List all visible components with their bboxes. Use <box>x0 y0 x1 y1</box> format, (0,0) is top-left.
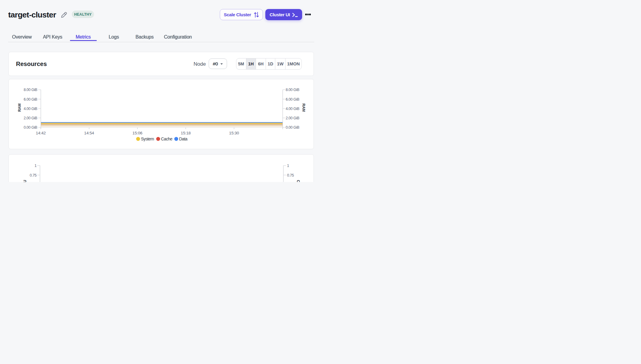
svg-text:Cache: Cache <box>161 136 172 141</box>
svg-text:15:30: 15:30 <box>229 131 239 135</box>
svg-text:2.00 GiB: 2.00 GiB <box>286 116 299 120</box>
svg-text:0.00 GiB: 0.00 GiB <box>286 125 299 130</box>
svg-text:0.75: 0.75 <box>287 173 294 177</box>
svg-text:14:54: 14:54 <box>84 131 94 135</box>
svg-text:15:06: 15:06 <box>132 131 142 135</box>
svg-text:6.00 GiB: 6.00 GiB <box>24 97 37 101</box>
svg-text:CPU: CPU <box>296 180 300 182</box>
svg-text:1: 1 <box>34 164 36 168</box>
svg-text:15:18: 15:18 <box>181 131 191 135</box>
svg-text:2.00 GiB: 2.00 GiB <box>24 116 37 120</box>
svg-text:1: 1 <box>287 164 289 168</box>
svg-text:8.00 GiB: 8.00 GiB <box>24 88 37 92</box>
svg-text:0.75: 0.75 <box>30 173 36 177</box>
svg-text:RAM: RAM <box>17 103 21 111</box>
svg-text:8.00 GiB: 8.00 GiB <box>286 88 299 92</box>
svg-text:6.00 GiB: 6.00 GiB <box>286 97 299 101</box>
svg-text:RAM: RAM <box>301 103 305 111</box>
svg-text:CPU: CPU <box>23 180 27 182</box>
svg-text:4.00 GiB: 4.00 GiB <box>24 106 37 111</box>
svg-text:4.00 GiB: 4.00 GiB <box>286 106 299 111</box>
svg-text:0.00 GiB: 0.00 GiB <box>24 125 37 130</box>
svg-text:14:42: 14:42 <box>36 131 46 135</box>
svg-text:System: System <box>141 136 154 141</box>
svg-text:Data: Data <box>179 136 188 141</box>
